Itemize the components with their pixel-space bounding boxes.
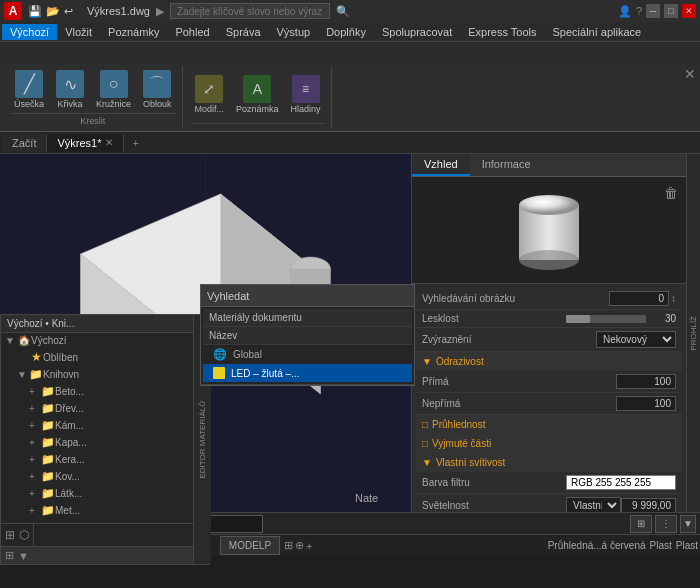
section-odrazivost[interactable]: ▼ Odrazivost (416, 352, 682, 371)
title-search-input[interactable] (170, 3, 330, 19)
tree-expand-knihovn: ▼ (17, 369, 29, 380)
ribbon-btn-poznamka[interactable]: A Poznámka (232, 73, 283, 116)
vyhledavani-input[interactable] (609, 291, 669, 306)
folder-kera-icon: 📁 (41, 453, 55, 466)
modelp-button[interactable]: MODELP (220, 536, 280, 555)
zvyrazneni-select[interactable]: Nekovový (596, 331, 676, 348)
menu-doplnky[interactable]: Doplňky (318, 24, 374, 40)
folder-beto-icon: 📁 (41, 385, 55, 398)
model-space-icon[interactable]: ⊞ (630, 515, 652, 533)
ribbon-btn-kruznice[interactable]: ○ Kružnice (92, 68, 135, 111)
save-icon[interactable]: 💾 (28, 5, 42, 18)
undo-icon[interactable]: ↩ (64, 5, 73, 18)
ribbon-btn-hladiny[interactable]: ≡ Hladiny (287, 73, 325, 116)
ribbon-btn-krivka[interactable]: ∿ Křivka (52, 68, 88, 111)
status-dropdown[interactable]: ▼ (680, 515, 696, 533)
tree-item-vychozi[interactable]: ▼ 🏠 Výchozí (1, 333, 209, 348)
krivka-label: Křivka (58, 99, 83, 109)
help-icon[interactable]: ? (636, 5, 642, 17)
svg-point-16 (519, 250, 579, 270)
mat-column-name: Název (203, 327, 412, 345)
ribbon-modify-buttons: ⤢ Modif... A Poznámka ≡ Hladiny (191, 68, 325, 121)
oblouk-icon: ⌒ (143, 70, 171, 98)
preview-delete-icon[interactable]: 🗑 (664, 185, 678, 201)
ribbon-btn-usecka[interactable]: ╱ Úsečka (10, 68, 48, 111)
tab-drawing1[interactable]: Výkres1* ✕ (47, 134, 124, 152)
menu-special[interactable]: Speciální aplikace (545, 24, 650, 40)
prima-input[interactable] (616, 374, 676, 389)
minimize-button[interactable]: ─ (646, 4, 660, 18)
prohliz-panel[interactable]: PROHLÍŽ (686, 154, 700, 512)
menu-vystup[interactable]: Výstup (269, 24, 319, 40)
document-tabs: Začít Výkres1* ✕ + (0, 132, 700, 154)
tree-item-kov[interactable]: + 📁 Kov... (1, 468, 209, 485)
section-svitivost[interactable]: ▼ Vlastní svítivost (416, 453, 682, 472)
barva-filtru-input[interactable] (566, 475, 676, 490)
mat-item-led[interactable]: LED – žlutá –... (203, 364, 412, 382)
close-button[interactable]: ✕ (682, 4, 696, 18)
lib-icon1[interactable]: ⊞ (5, 549, 14, 562)
material-label1: Plast (650, 540, 672, 551)
tree-item-kapa[interactable]: + 📁 Kapa... (1, 434, 209, 451)
folder-met-icon: 📁 (41, 504, 55, 517)
new-tab-button[interactable]: + (124, 134, 146, 152)
tab-drawing1-close[interactable]: ✕ (105, 137, 113, 148)
tree-item-beto[interactable]: + 📁 Beto... (1, 383, 209, 400)
folder-kam-icon: 📁 (41, 419, 55, 432)
mat-item-global[interactable]: 🌐 Global (203, 345, 412, 364)
folder-kapa-icon: 📁 (41, 436, 55, 449)
right-panel-tabs: Vzhled Informace (412, 154, 686, 177)
ribbon-btn-modif[interactable]: ⤢ Modif... (191, 73, 229, 116)
tree-item-latk[interactable]: + 📁 Látk... (1, 485, 209, 502)
tree-item-kam[interactable]: + 📁 Kám... (1, 417, 209, 434)
tree-item-obliben[interactable]: ★ Oblíben (1, 348, 209, 366)
ortho-icon[interactable]: + (306, 540, 312, 552)
material-label2: Plast (676, 540, 698, 551)
tree-item-met[interactable]: + 📁 Met... (1, 502, 209, 519)
section-svitivost-label: Vlastní svítivost (436, 457, 505, 468)
tree-expand-met: + (29, 505, 41, 516)
neprime-input[interactable] (616, 396, 676, 411)
menu-vychozi[interactable]: Výchozí (2, 24, 57, 40)
menu-spolupracovat[interactable]: Spolupracovat (374, 24, 460, 40)
krivka-icon: ∿ (56, 70, 84, 98)
bottom-status-icons: ⊞ ⊕ + (284, 539, 312, 552)
menu-vlozit[interactable]: Vložit (57, 24, 100, 40)
menu-pohled[interactable]: Pohled (167, 24, 217, 40)
svetelnost-select[interactable]: Vlastní (566, 497, 621, 512)
maximize-button[interactable]: □ (664, 4, 678, 18)
grid-icon[interactable]: ⊞ (284, 539, 293, 552)
panel-tool-icon2[interactable]: ⬡ (19, 528, 29, 542)
tree-item-knihovn[interactable]: ▼ 📁 Knihovn (1, 366, 209, 383)
lesklost-bar-fill (566, 315, 590, 323)
modif-icon: ⤢ (195, 75, 223, 103)
tab-vzhled[interactable]: Vzhled (412, 154, 470, 176)
panel-tool-icon1[interactable]: ⊞ (5, 528, 15, 542)
workspace-icon[interactable]: ⋮ (655, 515, 677, 533)
ribbon-btn-oblouk[interactable]: ⌒ Oblouk (139, 68, 176, 111)
section-vyjmute[interactable]: □ Vyjmuté části (416, 434, 682, 453)
scroll-icon-vyhledavani: ↕ (671, 293, 676, 304)
panel-close-icon[interactable]: ✕ (684, 66, 696, 82)
lib-icon2[interactable]: ▼ (18, 550, 29, 562)
search-icon[interactable]: 🔍 (336, 5, 350, 18)
bottom-right-status: Průhledná...á červená Plast Plast (548, 540, 698, 551)
title-bar-left: A 💾 📂 ↩ Výkres1.dwg ▶ 🔍 (4, 2, 350, 20)
section-vyjmute-label: Vyjmuté části (432, 438, 491, 449)
section-pruhlednost[interactable]: □ Průhlednost (416, 415, 682, 434)
tree-item-kera[interactable]: + 📁 Kera... (1, 451, 209, 468)
tab-informace[interactable]: Informace (470, 154, 543, 176)
app-logo: A (4, 2, 22, 20)
tree-item-drev[interactable]: + 📁 Dřev... (1, 400, 209, 417)
svetelnost-input[interactable] (621, 498, 676, 512)
tab-start[interactable]: Začít (2, 134, 47, 152)
usecka-label: Úsečka (14, 99, 44, 109)
menu-sprava[interactable]: Správa (218, 24, 269, 40)
menu-express[interactable]: Express Tools (460, 24, 544, 40)
snap-icon[interactable]: ⊕ (295, 539, 304, 552)
library-bottom-toolbar: ⊞ ▼ (1, 546, 209, 564)
lesklost-bar[interactable] (566, 315, 646, 323)
menu-poznamky[interactable]: Poznámky (100, 24, 167, 40)
open-icon[interactable]: 📂 (46, 5, 60, 18)
filename-label: Výkres1.dwg (87, 5, 150, 17)
